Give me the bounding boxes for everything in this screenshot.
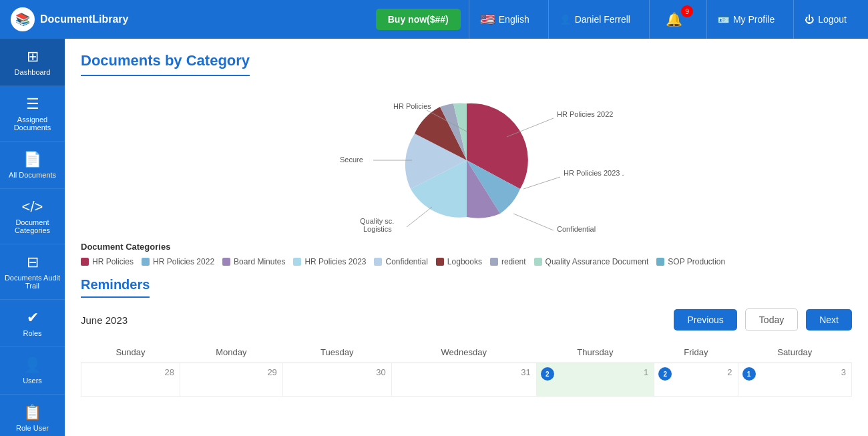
- notification-count: 9: [681, 5, 693, 17]
- reminders-title: Reminders: [81, 277, 150, 298]
- line-quality: [407, 207, 432, 227]
- legend-item: HR Policies 2023: [293, 257, 366, 266]
- today-button[interactable]: Today: [745, 308, 798, 331]
- language-label: English: [499, 14, 529, 25]
- calendar-day-header: Monday: [180, 342, 282, 363]
- next-button[interactable]: Next: [806, 309, 852, 331]
- legend-item: Confidential: [374, 257, 427, 266]
- legend-label: redient: [501, 257, 526, 266]
- legend-item: Quality Assurance Document: [534, 257, 649, 266]
- user-icon: 👤: [560, 14, 571, 25]
- sidebar-label-audit: Documents Audit Trail: [3, 274, 62, 290]
- legend-dot: [436, 258, 444, 266]
- day-badge: 2: [541, 367, 554, 381]
- label-confidential: Confidential: [557, 225, 596, 233]
- bell-icon: 🔔: [666, 11, 682, 27]
- logo: 📚 DocumentLibrary: [11, 7, 368, 31]
- calendar-grid: SundayMondayTuesdayWednesdayThursdayFrid…: [81, 342, 852, 397]
- profile-label: My Profile: [733, 14, 775, 25]
- calendar-cell: 28: [81, 363, 180, 397]
- legend-dot: [293, 258, 301, 266]
- line-hr-policies-2023: [523, 177, 560, 189]
- notifications[interactable]: 🔔 9: [649, 0, 698, 39]
- legend-title: Document Categories: [81, 242, 852, 252]
- calendar-cell: 22: [654, 363, 738, 397]
- calendar-day-header: Tuesday: [282, 342, 391, 363]
- sidebar-label-assigned: Assigned Documents: [3, 116, 62, 132]
- calendar-day-header: Thursday: [536, 342, 654, 363]
- logout-label: Logout: [818, 14, 847, 25]
- sidebar-label-role-user: Role User: [16, 424, 49, 432]
- content-area: Documents by Category: [65, 39, 868, 436]
- legend-item: redient: [490, 257, 526, 266]
- day-number: 1: [644, 367, 648, 377]
- legend-dot: [374, 258, 382, 266]
- legend-label: Quality Assurance Document: [546, 257, 649, 266]
- day-badge: 2: [658, 367, 672, 381]
- language-selector[interactable]: 🇺🇸 English: [469, 0, 540, 39]
- main-layout: ⊞ Dashboard ☰ Assigned Documents 📄 All D…: [0, 39, 868, 436]
- sidebar-label-users: Users: [23, 377, 42, 385]
- sidebar-item-role-user[interactable]: 📋 Role User: [0, 395, 65, 436]
- all-docs-icon: 📄: [23, 151, 41, 168]
- legend-item: SOP Production: [656, 257, 725, 266]
- day-number: 31: [521, 367, 530, 377]
- sidebar-item-document-categories[interactable]: </> Document Categories: [0, 189, 65, 244]
- label-hr-policies-2022: HR Policies 2022: [557, 110, 613, 118]
- sidebar-item-roles[interactable]: ✔ Roles: [0, 300, 65, 347]
- legend-item: HR Policies: [81, 257, 134, 266]
- sidebar-label-all-docs: All Documents: [9, 171, 56, 179]
- roles-icon: ✔: [27, 309, 39, 326]
- label-quality-logistics: Quality sc.: [360, 217, 394, 225]
- calendar-header: June 2023 Previous Today Next: [81, 308, 852, 331]
- audit-icon: ⊟: [27, 254, 39, 271]
- sidebar-item-dashboard[interactable]: ⊞ Dashboard: [0, 39, 65, 86]
- legend-dot: [222, 258, 230, 266]
- buy-button[interactable]: Buy now($##): [376, 9, 461, 30]
- sidebar-item-audit-trail[interactable]: ⊟ Documents Audit Trail: [0, 244, 65, 300]
- sidebar-item-assigned-documents[interactable]: ☰ Assigned Documents: [0, 86, 65, 142]
- users-icon: 👤: [23, 357, 41, 374]
- day-number: 30: [376, 367, 385, 377]
- legend-dot: [656, 258, 664, 266]
- chart-container: HR Policies HR Policies 2022 HR Policies…: [81, 87, 852, 234]
- logout-button[interactable]: ⏻ Logout: [793, 0, 857, 39]
- flag-icon: 🇺🇸: [480, 12, 495, 27]
- calendar-cell: 30: [282, 363, 391, 397]
- page-title: Documents by Category: [81, 52, 250, 76]
- legend-label: Confidential: [385, 257, 427, 266]
- calendar-day-header: Wednesday: [391, 342, 536, 363]
- logo-icon: 📚: [11, 7, 35, 31]
- label-hr-policies-2023: HR Policies 2023 .: [564, 169, 624, 177]
- sidebar-item-users[interactable]: 👤 Users: [0, 347, 65, 395]
- label-logistics: Logistics: [363, 225, 392, 233]
- sidebar-label-dashboard: Dashboard: [15, 68, 51, 76]
- previous-button[interactable]: Previous: [674, 309, 736, 331]
- day-number: 3: [841, 367, 846, 377]
- day-number: 2: [727, 367, 732, 377]
- calendar-cell: 13: [738, 363, 852, 397]
- profile-link[interactable]: 🪪 My Profile: [706, 0, 785, 39]
- legend-item: Board Minutes: [222, 257, 285, 266]
- calendar-day-header: Sunday: [81, 342, 180, 363]
- legend-item: Logbooks: [436, 257, 482, 266]
- legend-label: HR Policies: [92, 257, 134, 266]
- logout-icon: ⏻: [805, 14, 814, 25]
- categories-icon: </>: [22, 198, 43, 216]
- sidebar: ⊞ Dashboard ☰ Assigned Documents 📄 All D…: [0, 39, 65, 436]
- user-menu[interactable]: 👤 Daniel Ferrell: [548, 0, 641, 39]
- legend-label: SOP Production: [668, 257, 725, 266]
- day-number: 29: [267, 367, 276, 377]
- day-badge: 1: [742, 367, 756, 381]
- calendar-month: June 2023: [81, 314, 128, 326]
- user-name: Daniel Ferrell: [575, 14, 630, 25]
- profile-icon: 🪪: [718, 14, 729, 25]
- calendar-cell: 29: [180, 363, 282, 397]
- label-secure: Secure: [340, 156, 363, 164]
- calendar-cell: 21: [536, 363, 654, 397]
- day-number: 28: [164, 367, 174, 377]
- pie-chart: HR Policies HR Policies 2022 HR Policies…: [266, 90, 667, 230]
- legend-dot: [490, 258, 498, 266]
- calendar-day-header: Friday: [654, 342, 738, 363]
- sidebar-item-all-documents[interactable]: 📄 All Documents: [0, 142, 65, 189]
